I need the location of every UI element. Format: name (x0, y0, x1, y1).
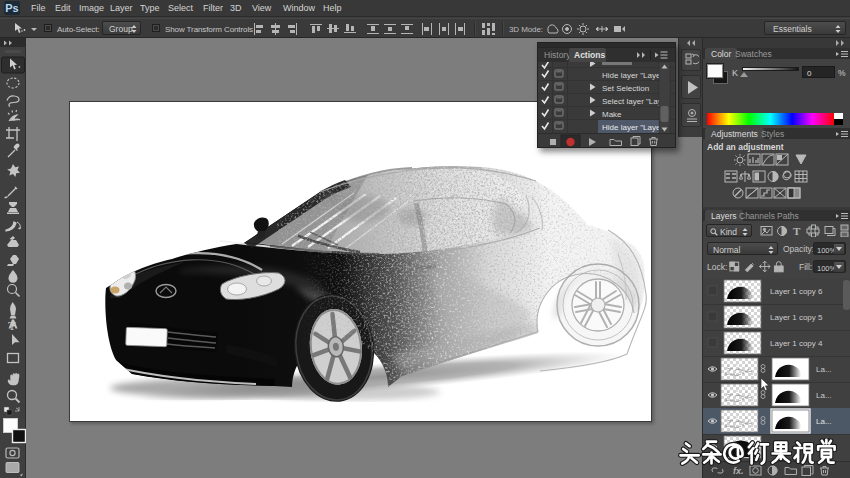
svg-text:La...: La... (816, 417, 832, 426)
svg-text:La...: La... (816, 365, 832, 374)
svg-text:Select layer "Lay...: Select layer "Lay... (602, 97, 668, 106)
svg-text:Layer 1 copy 5: Layer 1 copy 5 (770, 313, 823, 322)
svg-text:La...: La... (816, 391, 832, 400)
svg-text:T: T (8, 318, 16, 333)
svg-text:Make: Make (602, 110, 622, 119)
svg-text:Set Selection: Set Selection (602, 84, 649, 93)
svg-text:Layer 1 copy 6: Layer 1 copy 6 (770, 287, 823, 296)
svg-text:Layer 1 copy 4: Layer 1 copy 4 (770, 339, 823, 348)
svg-text:T: T (793, 225, 801, 237)
